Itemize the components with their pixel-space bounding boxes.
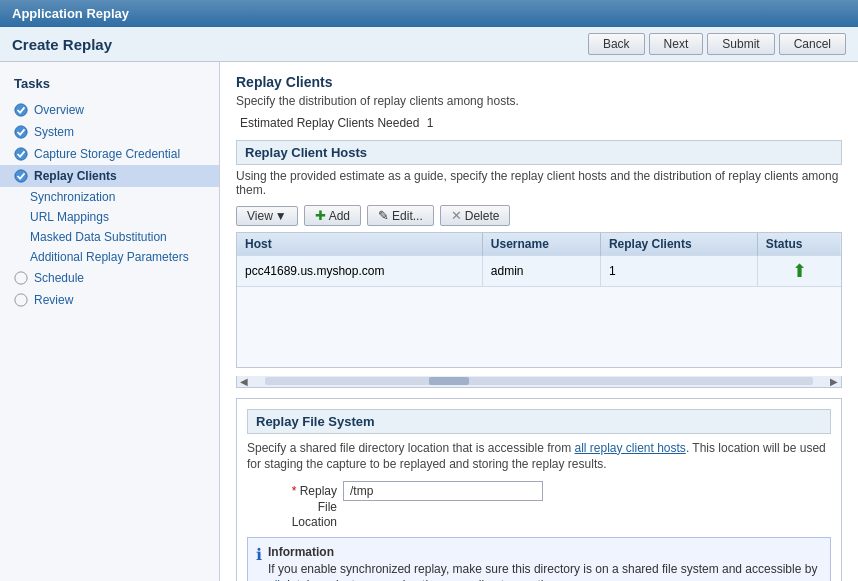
delete-icon: ✕ [451, 208, 462, 223]
sidebar-item-overview[interactable]: Overview [0, 99, 219, 121]
estimated-value: 1 [427, 116, 434, 130]
replay-fs-desc: Specify a shared file directory location… [247, 440, 831, 474]
sidebar-item-additional-replay-parameters[interactable]: Additional Replay Parameters [0, 247, 219, 267]
sidebar-item-additional-replay-parameters-label: Additional Replay Parameters [30, 250, 189, 264]
sidebar-item-schedule[interactable]: Schedule [0, 267, 219, 289]
page-title: Create Replay [12, 36, 112, 53]
info-icon: ℹ [256, 545, 262, 564]
sidebar-item-capture-storage-credential-label: Capture Storage Credential [34, 147, 180, 161]
client-hosts-desc: Using the provided estimate as a guide, … [236, 169, 842, 197]
scrollbar-thumb[interactable] [429, 377, 469, 385]
svg-point-1 [15, 126, 27, 138]
submit-button[interactable]: Submit [707, 33, 774, 55]
cell-status: ⬆ [757, 256, 841, 287]
hosts-table: Host Username Replay Clients Status pcc4… [237, 233, 841, 367]
sidebar-item-url-mappings-label: URL Mappings [30, 210, 109, 224]
sidebar-item-review-label: Review [34, 293, 73, 307]
status-ok-icon: ⬆ [792, 261, 807, 281]
scroll-right-arrow[interactable]: ▶ [827, 376, 841, 387]
sidebar-item-masked-data-substitution[interactable]: Masked Data Substitution [0, 227, 219, 247]
delete-button[interactable]: ✕ Delete [440, 205, 511, 226]
back-button[interactable]: Back [588, 33, 645, 55]
estimated-label-text: Estimated Replay Clients Needed [240, 116, 419, 130]
content-area: Replay Clients Specify the distribution … [220, 62, 858, 581]
location-label: * ReplayFileLocation [247, 481, 337, 531]
check-icon [14, 125, 28, 139]
cell-replay-clients: 1 [600, 256, 757, 287]
view-label: View [247, 209, 273, 223]
check-icon [14, 169, 28, 183]
sidebar-item-url-mappings[interactable]: URL Mappings [0, 207, 219, 227]
table-row[interactable]: pcc41689.us.myshop.com admin 1 ⬆ [237, 256, 841, 287]
sidebar-item-synchronization-label: Synchronization [30, 190, 115, 204]
info-title: Information [268, 545, 334, 559]
view-button[interactable]: View ▼ [236, 206, 298, 226]
sidebar-item-review[interactable]: Review [0, 289, 219, 311]
app-title: Application Replay [12, 6, 129, 21]
replay-fs-title: Replay File System [247, 409, 831, 434]
svg-point-0 [15, 104, 27, 116]
main-section-title: Replay Clients [236, 74, 842, 90]
edit-label: Edit... [392, 209, 423, 223]
page-header: Create Replay Back Next Submit Cancel [0, 27, 858, 62]
sidebar-item-system[interactable]: System [0, 121, 219, 143]
dropdown-icon: ▼ [275, 209, 287, 223]
sidebar-item-synchronization[interactable]: Synchronization [0, 187, 219, 207]
sidebar-item-schedule-label: Schedule [34, 271, 84, 285]
check-icon [14, 147, 28, 161]
location-form-row: * ReplayFileLocation [247, 481, 831, 531]
svg-point-5 [15, 294, 27, 306]
sidebar-item-overview-label: Overview [34, 103, 84, 117]
replay-fs-section: Replay File System Specify a shared file… [236, 398, 842, 582]
estimated-replay-clients: Estimated Replay Clients Needed 1 [236, 116, 842, 130]
scrollbar-track [265, 377, 813, 385]
main-layout: Tasks Overview System Capture Storage Cr… [0, 62, 858, 581]
col-replay-clients: Replay Clients [600, 233, 757, 256]
next-button[interactable]: Next [649, 33, 704, 55]
unchecked-icon [14, 293, 28, 307]
sidebar-item-replay-clients[interactable]: Replay Clients [0, 165, 219, 187]
info-box: ℹ Information If you enable synchronized… [247, 537, 831, 581]
sidebar-item-masked-data-substitution-label: Masked Data Substitution [30, 230, 167, 244]
sidebar-item-replay-clients-label: Replay Clients [34, 169, 117, 183]
add-icon: ✚ [315, 208, 326, 223]
header-buttons: Back Next Submit Cancel [588, 33, 846, 55]
cell-host: pcc41689.us.myshop.com [237, 256, 482, 287]
table-scrollbar[interactable]: ◀ ▶ [236, 376, 842, 388]
sidebar-item-system-label: System [34, 125, 74, 139]
sidebar: Tasks Overview System Capture Storage Cr… [0, 62, 220, 581]
add-label: Add [329, 209, 350, 223]
col-host: Host [237, 233, 482, 256]
table-toolbar: View ▼ ✚ Add ✎ Edit... ✕ Delete [236, 205, 842, 226]
all-link[interactable]: all replay client hosts [574, 441, 685, 455]
unchecked-icon [14, 271, 28, 285]
sidebar-item-capture-storage-credential[interactable]: Capture Storage Credential [0, 143, 219, 165]
check-icon [14, 103, 28, 117]
svg-point-3 [15, 170, 27, 182]
cancel-button[interactable]: Cancel [779, 33, 846, 55]
col-status: Status [757, 233, 841, 256]
delete-label: Delete [465, 209, 500, 223]
client-hosts-title: Replay Client Hosts [236, 140, 842, 165]
edit-icon: ✎ [378, 208, 389, 223]
tasks-label: Tasks [0, 72, 219, 99]
empty-row [237, 287, 841, 367]
main-section-desc: Specify the distribution of replay clien… [236, 94, 842, 108]
cell-username: admin [482, 256, 600, 287]
replay-file-location-input[interactable] [343, 481, 543, 501]
svg-point-4 [15, 272, 27, 284]
app-title-bar: Application Replay [0, 0, 858, 27]
info-text: Information If you enable synchronized r… [268, 544, 822, 581]
col-username: Username [482, 233, 600, 256]
edit-button[interactable]: ✎ Edit... [367, 205, 434, 226]
add-button[interactable]: ✚ Add [304, 205, 361, 226]
svg-point-2 [15, 148, 27, 160]
hosts-table-container: Host Username Replay Clients Status pcc4… [236, 232, 842, 368]
scroll-left-arrow[interactable]: ◀ [237, 376, 251, 387]
